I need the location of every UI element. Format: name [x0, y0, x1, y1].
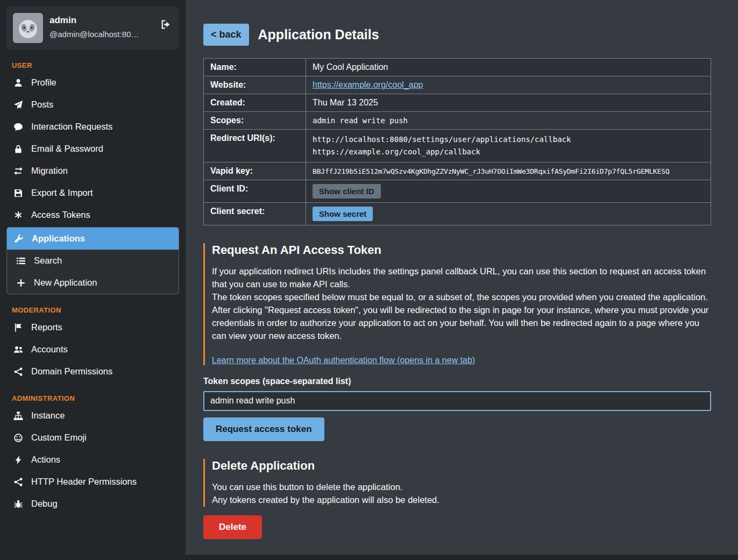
delete-application-section: Delete Application You can use this butt…	[203, 459, 711, 507]
share-nodes-icon	[13, 477, 24, 487]
sidebar-item-actions[interactable]: Actions	[6, 449, 179, 471]
sidebar-item-interaction-requests[interactable]: Interaction Requests	[6, 116, 179, 138]
oauth-docs-link[interactable]: Learn more about the OAuth authenticatio…	[212, 356, 475, 365]
application-details-table: Name: My Cool Application Website: https…	[203, 58, 711, 225]
token-scopes-label: Token scopes (space-separated list)	[203, 377, 715, 386]
sidebar-item-label: HTTP Header Permissions	[31, 477, 137, 487]
request-token-section: Request An API Access Token If your appl…	[203, 243, 711, 365]
certificate-icon	[13, 210, 24, 220]
sidebar-item-new-application[interactable]: New Application	[7, 272, 179, 294]
row-value: Thu Mar 13 2025	[306, 94, 711, 112]
website-link[interactable]: https://example.org/cool_app	[313, 80, 423, 89]
sidebar-item-label: Accounts	[31, 344, 68, 355]
user-icon	[13, 78, 24, 88]
section-paragraph: After clicking "Request access token", y…	[212, 304, 711, 343]
row-label: Created:	[204, 94, 306, 112]
delete-button[interactable]: Delete	[203, 515, 262, 539]
lock-icon	[13, 144, 24, 154]
redirect-uri: http://localhost:8080/settings/user/appl…	[313, 133, 704, 146]
row-label: Client secret:	[204, 203, 306, 225]
user-card[interactable]: admin @admin@localhost:80…	[6, 6, 179, 49]
request-access-token-button[interactable]: Request access token	[203, 417, 324, 441]
sidebar-group-applications: Applications Search New Application	[6, 227, 179, 294]
users-icon	[13, 345, 24, 355]
row-label: Website:	[204, 76, 306, 94]
sidebar-item-label: Email & Password	[31, 144, 103, 154]
row-label: Vapid key:	[204, 162, 306, 180]
sidebar-item-domain-permissions[interactable]: Domain Permissions	[6, 360, 179, 382]
page-header: < back Application Details	[203, 24, 715, 46]
sign-out-icon[interactable]	[159, 18, 172, 33]
sidebar-item-export-import[interactable]: Export & Import	[6, 182, 179, 204]
section-paragraph: Any tokens created by the application wi…	[212, 494, 711, 507]
username: admin	[49, 15, 139, 26]
sidebar-item-label: Profile	[31, 77, 56, 88]
sidebar-item-email-password[interactable]: Email & Password	[6, 138, 179, 160]
sidebar-item-migration[interactable]: Migration	[6, 160, 179, 182]
section-header-user: USER	[12, 61, 174, 69]
sidebar-item-label: Export & Import	[31, 188, 93, 198]
exchange-icon	[13, 166, 24, 176]
sidebar-item-applications[interactable]: Applications	[7, 228, 179, 250]
table-row-scopes: Scopes: admin read write push	[204, 112, 711, 130]
row-value: Show secret	[306, 203, 711, 225]
back-button[interactable]: < back	[203, 24, 249, 46]
table-row-vapid-key: Vapid key: BBJffJ219b5iE512m7wQSzv4KgKDh…	[204, 162, 711, 180]
request-token-heading: Request An API Access Token	[212, 243, 711, 257]
table-row-created: Created: Thu Mar 13 2025	[204, 94, 711, 112]
show-client-id-button[interactable]: Show client ID	[313, 184, 381, 199]
sidebar-item-label: Search	[34, 256, 62, 266]
sidebar-item-label: Domain Permissions	[31, 366, 112, 377]
sidebar-item-accounts[interactable]: Accounts	[6, 338, 179, 360]
section-paragraph: If your application redirect URIs includ…	[212, 265, 711, 291]
oauth-link-row: Learn more about the OAuth authenticatio…	[212, 356, 711, 365]
sidebar-item-posts[interactable]: Posts	[6, 94, 179, 116]
sidebar-item-instance[interactable]: Instance	[6, 405, 179, 427]
sidebar-item-custom-emoji[interactable]: Custom Emoji	[6, 427, 179, 449]
redirect-uri: https://example.org/cool_app/callback	[313, 146, 704, 158]
table-row-client-id: Client ID: Show client ID	[204, 180, 711, 203]
row-label: Scopes:	[204, 112, 306, 130]
sidebar-item-http-header-permissions[interactable]: HTTP Header Permissions	[6, 471, 179, 493]
show-secret-button[interactable]: Show secret	[313, 207, 373, 221]
sidebar-item-reports[interactable]: Reports	[6, 316, 179, 338]
share-nodes-icon	[13, 367, 24, 377]
avatar	[13, 13, 43, 43]
account-handle: @admin@localhost:80…	[49, 30, 139, 39]
row-value: BBJffJ219b5iE512m7wQSzv4KgKDhgZZVzNyWC_r…	[306, 162, 711, 180]
delete-application-heading: Delete Application	[212, 459, 711, 473]
row-label: Name:	[204, 59, 306, 76]
table-row-client-secret: Client secret: Show secret	[204, 203, 711, 225]
row-value: http://localhost:8080/settings/user/appl…	[306, 130, 711, 162]
row-value: admin read write push	[306, 112, 711, 130]
smiley-icon	[13, 433, 24, 443]
wrench-icon	[13, 234, 24, 244]
plus-icon	[16, 278, 26, 288]
sidebar-item-debug[interactable]: Debug	[6, 493, 179, 515]
row-value: My Cool Application	[306, 59, 711, 76]
sidebar-item-label: Actions	[31, 455, 60, 465]
sidebar-item-label: Posts	[31, 100, 53, 110]
comment-icon	[13, 122, 24, 132]
sidebar-item-label: New Application	[34, 278, 97, 288]
sidebar: admin @admin@localhost:80… USER Profile …	[0, 0, 186, 560]
row-label: Redirect URI(s):	[204, 130, 306, 162]
section-header-administration: ADMINISTRATION	[12, 394, 174, 402]
sidebar-item-applications-search[interactable]: Search	[7, 250, 179, 272]
section-header-moderation: MODERATION	[12, 306, 174, 314]
paper-plane-icon	[13, 100, 24, 110]
table-row-name: Name: My Cool Application	[204, 59, 711, 76]
row-value: Show client ID	[306, 180, 711, 203]
user-meta: admin @admin@localhost:80…	[49, 13, 139, 39]
page-title: Application Details	[258, 27, 379, 42]
sidebar-item-label: Migration	[31, 166, 68, 176]
token-scopes-input[interactable]	[203, 391, 711, 411]
row-label: Client ID:	[204, 180, 306, 203]
sidebar-item-access-tokens[interactable]: Access Tokens	[6, 204, 179, 226]
row-value: https://example.org/cool_app	[306, 76, 711, 94]
floppy-disk-icon	[13, 188, 24, 198]
sidebar-item-profile[interactable]: Profile	[6, 72, 179, 94]
sidebar-item-label: Interaction Requests	[31, 122, 112, 132]
token-scopes-form: Token scopes (space-separated list) Requ…	[203, 377, 715, 441]
sidebar-item-label: Instance	[31, 410, 65, 421]
